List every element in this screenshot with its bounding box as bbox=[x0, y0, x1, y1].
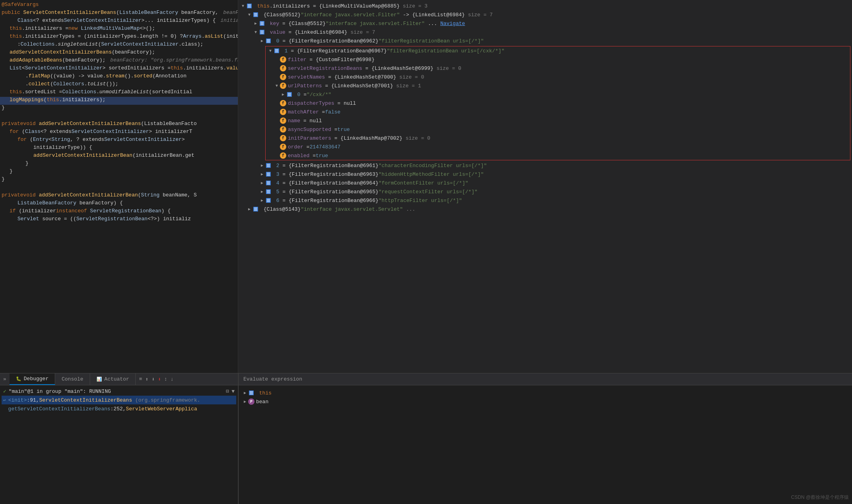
expand-node[interactable]: ▶ bbox=[242, 399, 248, 404]
debug-node[interactable]: ▶ 6 = {FilterRegistrationBean@6966} "htt… bbox=[238, 196, 852, 205]
debug-field[interactable]: f name = null bbox=[266, 116, 850, 125]
debug-field[interactable]: ▼ f urlPatterns = {LinkedHashSet@7001} s… bbox=[266, 81, 850, 90]
expand-node[interactable]: ▶ bbox=[259, 163, 265, 168]
code-line: Servlet source = (( ServletRegistrationB… bbox=[0, 216, 238, 224]
f-icon: f bbox=[280, 100, 286, 106]
more-icon[interactable]: ↓ bbox=[170, 376, 173, 382]
arrow-icon: ↩ bbox=[3, 398, 6, 403]
expand-node[interactable]: ▼ bbox=[253, 30, 259, 35]
code-line: } bbox=[0, 105, 238, 113]
debug-field[interactable]: f filter = {CustomFilter@6998} bbox=[266, 55, 850, 64]
expand-node[interactable]: ▶ bbox=[259, 38, 265, 43]
bottom-area: » 🐛 Debugger Console 📊 Actuator ≡ ⬆ ⬇ ⬇ … bbox=[0, 373, 852, 504]
watermark: CSDN @蔡徐坤是个程序猿 bbox=[791, 494, 849, 501]
debug-field[interactable]: f enabled = true bbox=[266, 151, 850, 160]
expand-node[interactable]: ▶ bbox=[259, 181, 265, 185]
stack-frame[interactable]: getServletContextInitializerBeans :252, … bbox=[2, 404, 236, 413]
expand-node[interactable]: ▶ bbox=[253, 21, 259, 26]
expand-node[interactable]: ▶ bbox=[280, 92, 286, 97]
pause-icon[interactable]: ⬇ bbox=[158, 376, 161, 383]
up-icon[interactable]: ⬆ bbox=[145, 376, 148, 383]
debug-node[interactable]: ▶ 0 = {FilterRegistrationBean@6962} "fil… bbox=[238, 37, 852, 45]
tab-debugger[interactable]: 🐛 Debugger bbox=[10, 373, 55, 385]
debug-field[interactable]: f servletRegistrationBeans = {LinkedHash… bbox=[266, 64, 850, 73]
f-icon: f bbox=[280, 83, 286, 89]
debug-node[interactable]: ▶ 2 = {FilterRegistrationBean@6961} "cha… bbox=[238, 161, 852, 170]
list-icon bbox=[253, 206, 259, 212]
step-icon[interactable]: ↕ bbox=[164, 376, 168, 382]
code-line: addServletContextInitializerBean (initia… bbox=[0, 152, 238, 160]
expand-node[interactable]: ▶ bbox=[246, 207, 253, 212]
debug-node[interactable]: ▼ value = {LinkedList@6984} size = 7 bbox=[238, 28, 852, 37]
expand-node[interactable]: ▼ bbox=[267, 49, 274, 53]
actuator-icon: 📊 bbox=[96, 377, 102, 382]
f-icon: f bbox=[280, 144, 286, 150]
f-icon: f bbox=[280, 126, 286, 133]
debug-node[interactable]: ▶ {Class@5143} "interface javax.servlet.… bbox=[238, 205, 852, 214]
debug-field[interactable]: f matchAfter = false bbox=[266, 108, 850, 116]
debug-node[interactable]: ▼ {Class@5512} "interface javax.servlet.… bbox=[238, 10, 852, 19]
stack-frame-active[interactable]: ↩ <init> :91, ServletContextInitializerB… bbox=[2, 396, 236, 404]
debug-field[interactable]: f order = 2147483647 bbox=[266, 142, 850, 151]
thread-check-icon: ✓ bbox=[3, 388, 6, 394]
list-icon bbox=[246, 3, 253, 9]
list-icon bbox=[259, 20, 265, 27]
debug-field[interactable]: f dispatcherTypes = null bbox=[266, 99, 850, 108]
debug-highlighted-header[interactable]: ▼ 1 = {FilterRegistrationBean@6967} "fil… bbox=[266, 46, 850, 55]
debug-field[interactable]: ▶ 0 = "/cxk/*" bbox=[266, 90, 850, 99]
thread-label: "main"@1 in group "main": RUNNING bbox=[9, 389, 111, 394]
expand-node[interactable]: ▼ bbox=[274, 84, 280, 88]
code-line: ListableBeanFactory beanFactory) { bbox=[0, 200, 238, 208]
code-line: public ServletContextInitializerBeans ( … bbox=[0, 10, 238, 17]
list-icon bbox=[265, 171, 272, 177]
list-icon bbox=[286, 91, 293, 98]
thread-line: ✓ "main"@1 in group "main": RUNNING ⊟ ▼ bbox=[2, 387, 236, 396]
debug-this-node[interactable]: ▶ this bbox=[242, 389, 849, 397]
code-panel: @SafeVarargs public ServletContextInitia… bbox=[0, 0, 238, 373]
tab-console[interactable]: Console bbox=[55, 373, 90, 385]
debug-node[interactable]: ▶ 3 = {FilterRegistrationBean@6963} "hid… bbox=[238, 170, 852, 179]
expand-node[interactable]: ▶ bbox=[259, 172, 265, 177]
debugger-icon: 🐛 bbox=[16, 376, 21, 381]
tab-console-label: Console bbox=[62, 376, 83, 382]
code-line: private void addServletContextInitialize… bbox=[0, 192, 238, 200]
code-line: this .sortedList = Collections .unmodifi… bbox=[0, 89, 238, 97]
list-icon bbox=[265, 180, 272, 186]
code-line: addServletContextInitializerBeans (beanF… bbox=[0, 49, 238, 57]
expand-node[interactable]: ▼ bbox=[246, 13, 253, 17]
code-line: } bbox=[0, 176, 238, 184]
debug-field[interactable]: f servletNames = {LinkedHashSet@7000} si… bbox=[266, 73, 850, 81]
expand-node[interactable]: ▶ bbox=[242, 391, 248, 395]
down-icon[interactable]: ⬇ bbox=[152, 376, 155, 383]
debug-node[interactable]: ▶ 4 = {FilterRegistrationBean@6964} "for… bbox=[238, 179, 852, 187]
expand-node[interactable]: ▶ bbox=[259, 189, 265, 194]
code-line: @SafeVarargs bbox=[0, 2, 238, 10]
debug-node[interactable]: ▶ key = {Class@5512} "interface javax.se… bbox=[238, 19, 852, 28]
debug-field[interactable]: f asyncSupported = true bbox=[266, 125, 850, 134]
eval-tab-bar: Evaluate expression bbox=[239, 373, 852, 385]
tab-actuator[interactable]: 📊 Actuator bbox=[90, 373, 136, 385]
code-content: @SafeVarargs public ServletContextInitia… bbox=[0, 0, 238, 373]
f-icon: f bbox=[280, 152, 286, 159]
debug-field[interactable]: f initParameters = {LinkedHashMap@7002} … bbox=[266, 134, 850, 142]
expand-root[interactable]: ▼ bbox=[240, 4, 246, 8]
dropdown-icon[interactable]: ▼ bbox=[231, 389, 235, 394]
list-icon bbox=[259, 29, 265, 35]
debug-root[interactable]: ▼ this .initializers = {LinkedMultiValue… bbox=[238, 2, 852, 10]
list-icon bbox=[253, 12, 259, 18]
debug-node[interactable]: ▶ 5 = {FilterRegistrationBean@6965} "req… bbox=[238, 187, 852, 196]
expand-button[interactable]: » bbox=[0, 373, 10, 385]
list-icon-toolbar[interactable]: ≡ bbox=[139, 376, 142, 382]
debug-bean-node[interactable]: ▶ P bean bbox=[242, 397, 849, 406]
debugger-panel: ▼ this .initializers = {LinkedMultiValue… bbox=[238, 0, 852, 373]
list-icon bbox=[265, 197, 272, 204]
list-icon bbox=[274, 48, 280, 54]
p-icon: P bbox=[248, 398, 254, 405]
expand-node[interactable]: ▶ bbox=[259, 198, 265, 203]
code-line: for ( Class <? extends ServletContextIni… bbox=[0, 129, 238, 137]
code-line: . collect ( Collectors .toList()); bbox=[0, 81, 238, 89]
code-line: initializerType)) { bbox=[0, 144, 238, 152]
f-icon: f bbox=[280, 74, 286, 80]
filter-icon[interactable]: ⊟ bbox=[226, 388, 229, 394]
code-line: List < ServletContextInitializer > sorte… bbox=[0, 65, 238, 73]
